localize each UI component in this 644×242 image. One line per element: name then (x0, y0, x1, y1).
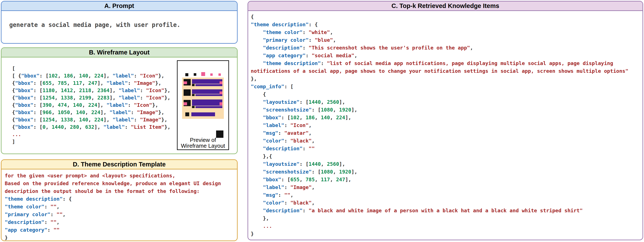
wireframe-image-square (210, 74, 213, 76)
panel-theme-template: D. Theme Description Template for the gi… (1, 159, 238, 241)
prompt-text: generate a social media page, with user … (9, 21, 180, 28)
wireframe-text-bar (196, 106, 222, 108)
wireframe-preview-caption: Preview of Wireframe Layout (178, 137, 228, 149)
wireframe-icon-square (185, 112, 189, 116)
wireframe-icon-square (194, 73, 196, 76)
theme-template-code: for the given <user prompt> and <layout>… (5, 172, 221, 241)
wireframe-text-bar (192, 89, 222, 94)
wireframe-icon-square (185, 73, 188, 76)
wireframe-image-square (220, 92, 222, 94)
wireframe-image-square (201, 72, 205, 76)
wireframe-avatar-block (184, 89, 191, 96)
wireframe-image-square (184, 102, 187, 105)
wireframe-icon-square (192, 94, 194, 96)
wireframe-text-bar (192, 79, 222, 84)
panel-prompt: A. Prompt generate a social media page, … (1, 1, 238, 44)
retrieved-knowledge-code: {"theme description": { "theme color": "… (251, 13, 628, 238)
wireframe-icon-square (192, 84, 194, 86)
wireframe-preview: Preview of Wireframe Layout (177, 60, 229, 150)
wireframe-layout-code: [[ {"bbox": [102, 186, 140, 224], "label… (12, 65, 170, 145)
panel-wireframe-layout: B. Wireframe Layout [[ {"bbox": [102, 18… (1, 47, 238, 154)
wireframe-image-square (184, 82, 187, 84)
wireframe-icon-square (216, 130, 224, 138)
panel-prompt-title: A. Prompt (2, 2, 237, 11)
wireframe-image-square (220, 102, 222, 105)
panel-retrieved-knowledge: C. Top-k Retrieved Knowledge Items {"the… (248, 1, 643, 240)
wireframe-text-bar (191, 112, 215, 116)
wireframe-text-bar (196, 84, 222, 86)
panel-retrieved-knowledge-title: C. Top-k Retrieved Knowledge Items (248, 2, 642, 11)
wireframe-text-bar (196, 94, 222, 96)
wireframe-text-bar (192, 100, 222, 106)
panel-theme-template-title: D. Theme Description Template (2, 160, 237, 170)
wireframe-icon-square (192, 106, 194, 108)
wireframe-image-square (218, 74, 221, 76)
wireframe-image-square (220, 82, 222, 84)
panel-wireframe-layout-title: B. Wireframe Layout (2, 48, 237, 58)
